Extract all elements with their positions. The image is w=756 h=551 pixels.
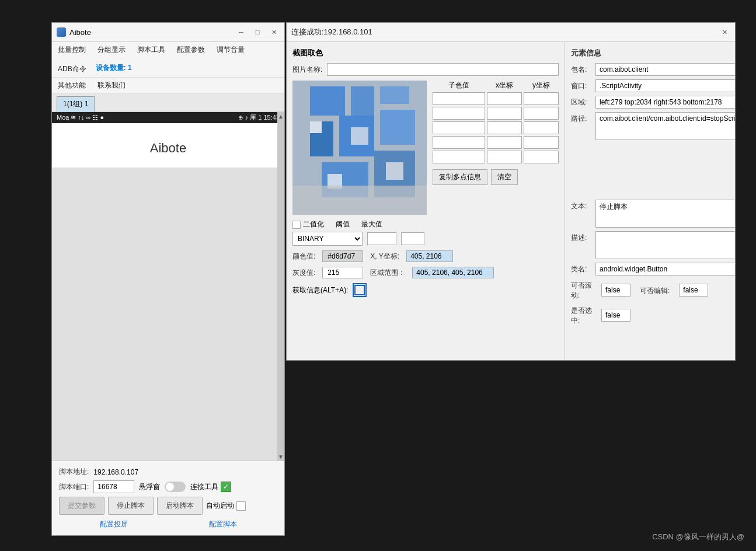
svg-rect-6 <box>380 110 415 145</box>
menu-group-display[interactable]: 分组显示 <box>95 44 128 56</box>
script-port-input[interactable] <box>93 480 134 493</box>
maxval-input[interactable] <box>401 232 424 245</box>
binary-controls: BINARY <box>292 232 559 246</box>
script-port-label: 脚本端口: <box>59 482 89 492</box>
region-info-label: 区域: <box>571 97 592 107</box>
left-panel: 截图取色 图片名称: <box>287 42 565 360</box>
x-coord-3[interactable] <box>487 136 522 149</box>
float-window-toggle[interactable] <box>165 482 186 492</box>
dialog-window: 连接成功:192.168.0.101 ✕ 截图取色 图片名称: <box>286 22 736 361</box>
threshold-label: 阈值 <box>336 219 350 229</box>
close-button[interactable]: ✕ <box>268 26 280 38</box>
x-coord-4[interactable] <box>487 151 522 163</box>
desc-row: 描述: <box>571 231 735 259</box>
config-script-link[interactable]: 配置脚本 <box>209 519 237 529</box>
menu-script-tool[interactable]: 脚本工具 <box>135 44 168 56</box>
info-icon <box>353 283 367 297</box>
x-coord-2[interactable] <box>487 121 522 134</box>
svg-rect-3 <box>380 86 409 104</box>
image-name-label: 图片名称: <box>292 65 322 75</box>
start-script-button[interactable]: 启动脚本 <box>157 497 203 515</box>
child-color-1[interactable] <box>433 107 485 120</box>
minimize-button[interactable]: ─ <box>235 26 247 38</box>
image-svg <box>292 81 427 215</box>
binary-label-text: 二值化 <box>303 219 324 229</box>
svg-rect-2 <box>351 86 374 116</box>
menu-config-params[interactable]: 配置参数 <box>175 44 207 56</box>
phone-app-title: Aibote <box>64 141 273 156</box>
menu-adjust-volume[interactable]: 调节音量 <box>214 44 247 56</box>
svg-rect-1 <box>310 86 345 116</box>
submit-params-button[interactable]: 提交参数 <box>59 497 104 515</box>
phone-scrollbar[interactable]: ▲ ▼ <box>277 112 284 461</box>
menu-batch-control[interactable]: 批量控制 <box>55 44 88 56</box>
window-label: 窗口: <box>571 81 592 91</box>
stop-script-button[interactable]: 停止脚本 <box>108 497 154 515</box>
dialog-title: 连接成功:192.168.0.101 <box>291 27 372 37</box>
selected-row: 是否选中: false <box>571 304 735 326</box>
region-value-display: 405, 2106, 405, 2106 <box>412 267 494 278</box>
menu-other-func[interactable]: 其他功能 <box>55 79 88 92</box>
statusbar-left: Moa ≋ ↑↓ ∞ ☷ ● <box>57 114 104 121</box>
y-coord-0[interactable] <box>524 92 559 105</box>
maximize-button[interactable]: □ <box>252 26 263 38</box>
clear-button[interactable]: 清空 <box>491 169 518 185</box>
scrollable-editable-row: 可否滚动: false 可否编辑: false <box>571 279 735 301</box>
color-table-rows <box>433 92 559 163</box>
screenshot-section-title: 截图取色 <box>292 48 559 58</box>
child-color-2[interactable] <box>433 121 485 134</box>
binary-method-select[interactable]: BINARY <box>292 232 363 246</box>
menu-contact-us[interactable]: 联系我们 <box>95 79 128 92</box>
app-icon <box>57 27 66 37</box>
image-name-row: 图片名称: <box>292 63 559 76</box>
tab-1[interactable]: 1(1组) 1 <box>57 96 95 111</box>
connect-tool-checkbox[interactable]: ✓ <box>221 482 231 492</box>
binary-checkbox-area: 二值化 <box>292 219 324 229</box>
watermark: CSDN @像风一样的男人@ <box>652 532 744 542</box>
y-coord-2[interactable] <box>524 121 559 134</box>
tab-bar: 1(1组) 1 <box>52 94 284 112</box>
menu-adb-cmd[interactable]: ADB命令 <box>55 63 89 75</box>
main-window: Aibote ─ □ ✕ 批量控制 分组显示 脚本工具 配置参数 调节音量 AD… <box>51 22 285 536</box>
y-coord-1[interactable] <box>524 107 559 120</box>
x-coord-1[interactable] <box>487 107 522 120</box>
svg-rect-13 <box>292 186 427 215</box>
gray-value-display: 215 <box>322 267 363 278</box>
y-coord-3[interactable] <box>524 136 559 149</box>
window-row: 窗口: .ScriptActivity <box>571 79 735 92</box>
child-color-3[interactable] <box>433 136 485 149</box>
image-name-input[interactable] <box>327 63 559 76</box>
get-info-row: 获取信息(ALT+A): <box>292 283 559 297</box>
selected-label: 是否选中: <box>571 306 592 326</box>
get-info-label: 获取信息(ALT+A): <box>292 285 348 295</box>
action-buttons: 复制多点信息 清空 <box>433 169 559 185</box>
child-color-4[interactable] <box>433 151 485 163</box>
menu-bar: 批量控制 分组显示 脚本工具 配置参数 调节音量 ADB命令 设备数量: 1 <box>52 42 284 78</box>
color-table-header: 子色值 x坐标 y坐标 <box>433 81 559 90</box>
bottom-buttons: 提交参数 停止脚本 启动脚本 自动启动 <box>59 497 277 515</box>
copy-multipoint-button[interactable]: 复制多点信息 <box>433 169 487 185</box>
dialog-close-button[interactable]: ✕ <box>719 26 730 38</box>
gray-row: 灰度值: 215 区域范围： 405, 2106, 405, 2106 <box>292 267 559 278</box>
right-panel: 元素信息 包名: com.aibot.client 窗口: .ScriptAct… <box>565 42 735 360</box>
window-value: .ScriptActivity <box>595 79 735 92</box>
svg-rect-10 <box>351 127 368 145</box>
dialog-content: 截图取色 图片名称: <box>287 42 735 360</box>
desc-value <box>595 231 735 259</box>
threshold-input[interactable] <box>367 232 396 245</box>
auto-start-checkbox[interactable] <box>236 501 246 511</box>
child-color-0[interactable] <box>433 92 485 105</box>
binary-checkbox[interactable] <box>292 221 301 229</box>
y-coord-4[interactable] <box>524 151 559 163</box>
image-sample <box>292 81 427 215</box>
config-screen-link[interactable]: 配置投屏 <box>100 519 128 529</box>
color-row-3 <box>433 136 559 149</box>
info-icon-svg <box>354 285 365 295</box>
package-row: 包名: com.aibot.client <box>571 63 735 76</box>
color-value-display: #d6d7d7 <box>322 250 363 262</box>
gray-label: 灰度值: <box>292 268 315 278</box>
svg-rect-9 <box>310 121 322 133</box>
scrollable-label: 可否滚动: <box>571 281 592 301</box>
x-coord-0[interactable] <box>487 92 522 105</box>
main-title-area: Aibote <box>57 27 91 37</box>
